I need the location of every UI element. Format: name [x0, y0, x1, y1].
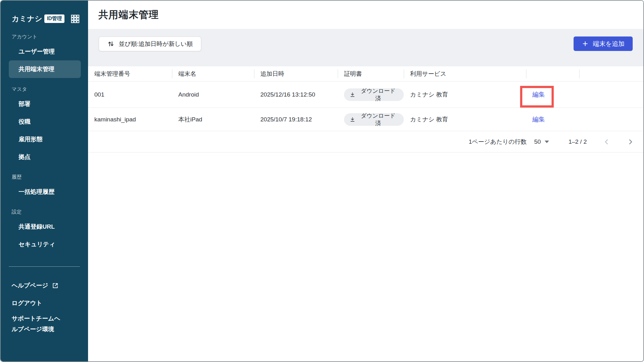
- sidebar-item-position[interactable]: 役職: [9, 113, 81, 131]
- cell-certificate: ダウンロード済: [338, 113, 404, 126]
- sort-order-button[interactable]: 並び順:追加日時が新しい順: [99, 36, 201, 51]
- sidebar-divider: [9, 266, 80, 267]
- cell-device-name: Android: [172, 91, 254, 98]
- sidebar-item-user-management[interactable]: ユーザー管理: [9, 43, 81, 60]
- table-row: kaminashi_ipad 本社iPad 2025/10/7 19:18:12…: [88, 108, 643, 131]
- sidebar-section-history: 履歴: [12, 174, 88, 181]
- table-header-row: 端末管理番号 端末名 追加日時 証明書 利用サービス: [88, 66, 643, 81]
- sidebar-item-employment-type[interactable]: 雇用形態: [9, 131, 81, 148]
- column-header-device-name: 端末名: [172, 66, 254, 81]
- help-page-label: ヘルプページ: [12, 281, 48, 290]
- sidebar-item-site[interactable]: 拠点: [9, 148, 81, 166]
- edit-link[interactable]: 編集: [532, 90, 545, 99]
- column-header-certificate: 証明書: [338, 66, 404, 81]
- download-icon: [350, 92, 355, 97]
- chevron-down-icon: [545, 141, 549, 143]
- sidebar-item-batch-history[interactable]: 一括処理履歴: [9, 183, 81, 201]
- next-page-button[interactable]: [626, 138, 635, 146]
- sidebar-nav: アカウント ユーザー管理 共用端末管理 マスタ 部署 役職 雇用形態 拠点 履歴…: [1, 25, 88, 253]
- cell-action: 編集: [526, 115, 579, 124]
- app-window: カミナシ ID管理 アカウント ユーザー管理 共用端末管理 マスタ 部署 役職 …: [0, 0, 644, 362]
- device-table: 端末管理番号 端末名 追加日時 証明書 利用サービス 001 Android 2…: [88, 66, 643, 153]
- sort-arrows-icon: [107, 40, 114, 47]
- certificate-badge-label: ダウンロード済: [358, 87, 398, 102]
- table-row: 001 Android 2025/12/16 13:12:50 ダウンロード済 …: [88, 81, 643, 108]
- sidebar-section-master: マスタ: [12, 86, 88, 93]
- main-content: 共用端末管理 並び順:追加日時が新しい順 端末を追加: [88, 1, 643, 361]
- apps-grid-icon[interactable]: [71, 14, 80, 23]
- sidebar-item-department[interactable]: 部署: [9, 95, 81, 113]
- pagination-bar: 1ページあたりの行数 50 1–2 / 2: [88, 131, 643, 153]
- column-header-added-at: 追加日時: [254, 66, 338, 81]
- edit-link[interactable]: 編集: [532, 115, 545, 124]
- cell-device-id: kaminashi_ipad: [88, 116, 172, 123]
- sidebar-item-help-page[interactable]: ヘルプページ: [9, 277, 81, 294]
- external-link-icon: [52, 282, 58, 289]
- rows-per-page-select[interactable]: 50: [534, 138, 549, 145]
- sidebar-item-support-help-env[interactable]: サポートチームヘルプページ環境: [9, 313, 81, 335]
- certificate-badge-label: ダウンロード済: [358, 112, 398, 127]
- logo: カミナシ ID管理: [12, 14, 82, 24]
- cell-certificate: ダウンロード済: [338, 88, 404, 101]
- pagination-range: 1–2 / 2: [569, 138, 587, 145]
- cell-action: 編集: [526, 90, 579, 99]
- cell-device-name: 本社iPad: [172, 115, 254, 124]
- cell-added-at: 2025/10/7 19:18:12: [254, 116, 338, 123]
- page-header: 共用端末管理: [88, 1, 643, 29]
- cell-device-id: 001: [88, 91, 172, 98]
- rows-per-page-value: 50: [534, 138, 541, 145]
- add-device-button[interactable]: 端末を追加: [574, 36, 633, 51]
- sort-order-label: 並び順:追加日時が新しい順: [119, 40, 193, 48]
- column-header-empty-1: [526, 66, 579, 81]
- column-header-device-id: 端末管理番号: [88, 66, 172, 81]
- certificate-downloaded-badge[interactable]: ダウンロード済: [344, 88, 404, 101]
- sidebar-section-settings: 設定: [12, 209, 88, 215]
- add-device-label: 端末を追加: [593, 40, 625, 48]
- download-icon: [350, 117, 355, 122]
- certificate-downloaded-badge[interactable]: ダウンロード済: [344, 113, 404, 126]
- logo-badge: ID管理: [44, 14, 64, 23]
- plus-icon: [582, 40, 589, 47]
- previous-page-button[interactable]: [602, 138, 611, 146]
- cell-service: カミナシ 教育: [404, 91, 526, 99]
- cell-service: カミナシ 教育: [404, 115, 526, 124]
- sidebar-item-logout[interactable]: ログアウト: [9, 294, 81, 312]
- sidebar-footer: ヘルプページ ログアウト サポートチームヘルプページ環境: [1, 277, 88, 335]
- page-title: 共用端末管理: [98, 8, 159, 21]
- sidebar-item-common-registration-url[interactable]: 共通登録URL: [9, 218, 81, 236]
- toolbar: 並び順:追加日時が新しい順 端末を追加: [88, 29, 643, 66]
- cell-added-at: 2025/12/16 13:12:50: [254, 91, 338, 98]
- sidebar: カミナシ ID管理 アカウント ユーザー管理 共用端末管理 マスタ 部署 役職 …: [1, 1, 88, 361]
- column-header-empty-2: [579, 66, 643, 81]
- sidebar-item-shared-device-management[interactable]: 共用端末管理: [9, 60, 81, 78]
- rows-per-page-label: 1ページあたりの行数: [469, 138, 527, 146]
- sidebar-item-security[interactable]: セキュリティ: [9, 236, 81, 253]
- column-header-service: 利用サービス: [404, 66, 526, 81]
- logo-wordmark: カミナシ: [12, 14, 42, 24]
- sidebar-section-account: アカウント: [12, 34, 88, 40]
